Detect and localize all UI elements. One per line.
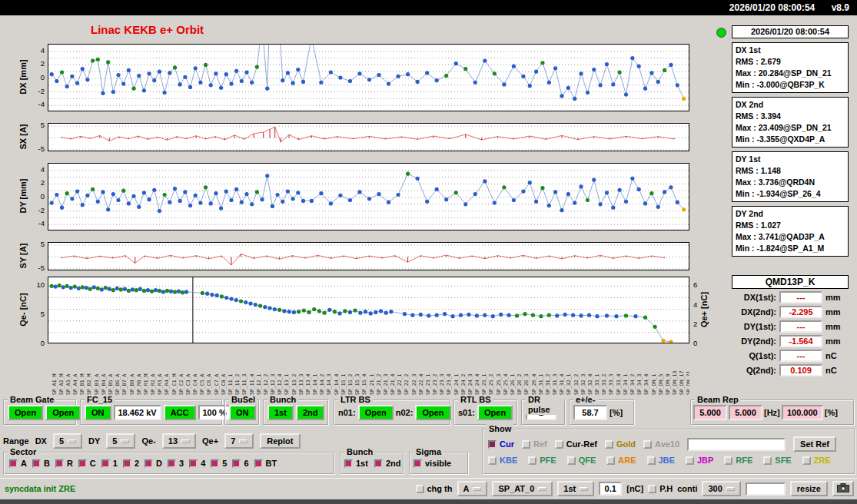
show-ref[interactable]: Ref — [522, 439, 547, 449]
rtl-s01-open-button[interactable]: Open — [477, 405, 513, 420]
bunch-1st-button[interactable]: 1st — [267, 405, 294, 420]
sector-2[interactable]: 2 — [123, 459, 139, 468]
sector-d[interactable]: D — [144, 459, 162, 468]
resize-button[interactable]: resize — [790, 481, 828, 496]
sector-1-box[interactable] — [101, 459, 110, 468]
sector-a[interactable]: A — [9, 459, 27, 468]
show-jbe-box[interactable] — [647, 456, 656, 465]
x-axis-label: SP_B2_M — [86, 374, 92, 395]
sy-plot-canvas[interactable] — [48, 242, 689, 270]
chg-th-checkbox-box[interactable] — [416, 485, 424, 493]
dy-plot: DY [mm]420-2-4 — [48, 163, 689, 230]
show-jbp-box[interactable] — [686, 456, 694, 465]
bunch-order-select[interactable]: 1st — [557, 481, 594, 496]
show-pfe[interactable]: PFE — [528, 456, 556, 465]
sector-c-box[interactable] — [78, 459, 87, 468]
sector-2-box[interactable] — [123, 459, 131, 468]
show-kbe[interactable]: KBE — [488, 456, 517, 465]
dy-plot-canvas[interactable] — [48, 163, 689, 230]
sector-3[interactable]: 3 — [168, 459, 184, 468]
ltr-n02-open-button[interactable]: Open — [415, 405, 450, 420]
fc15-on-button[interactable]: ON — [85, 405, 111, 420]
beam-rep-group: Beam Rep 5.000 5.000 [Hz] 100.000 [%] — [690, 400, 855, 426]
stat-line: Max : 3.736@QRD4N — [736, 177, 845, 188]
show-sfe-box[interactable] — [763, 456, 772, 465]
show-qfe[interactable]: QFE — [567, 456, 596, 465]
ph-checkbox[interactable]: P.H — [648, 484, 673, 493]
sector-4-box[interactable] — [189, 459, 198, 468]
dx-plot-canvas[interactable] — [48, 44, 689, 111]
stat-line: Max : 23.409@SP_DN_21 — [736, 122, 845, 134]
show-ave10-box[interactable] — [643, 440, 652, 449]
beam-gate-button-2[interactable]: Open — [45, 405, 81, 420]
show-gold-box[interactable] — [605, 440, 613, 449]
sector-6-box[interactable] — [232, 459, 241, 468]
bunch-1st[interactable]: 1st — [344, 459, 368, 468]
sector-5[interactable]: 5 — [211, 459, 227, 468]
range-dx-select[interactable]: 5 — [53, 433, 82, 449]
sigma-visible-box[interactable] — [414, 459, 422, 468]
sector-r-box[interactable] — [55, 459, 64, 468]
sector-bt[interactable]: BT — [254, 459, 277, 468]
sector-d-box[interactable] — [144, 459, 153, 468]
replot-button[interactable]: Replot — [260, 433, 300, 449]
chg-th-checkbox[interactable]: chg th — [416, 484, 453, 493]
set-ref-input[interactable] — [687, 438, 786, 451]
show-pfe-box[interactable] — [528, 456, 536, 465]
bunch-2nd[interactable]: 2nd — [374, 459, 401, 468]
range-qe-minus-select[interactable]: 13 — [162, 433, 196, 449]
show-are-box[interactable] — [606, 456, 615, 465]
show-are[interactable]: ARE — [606, 456, 636, 465]
show-jbe[interactable]: JBE — [647, 456, 675, 465]
range-dy-select[interactable]: 5 — [106, 433, 135, 449]
show-sfe[interactable]: SFE — [763, 456, 791, 465]
stat-box-dx-2nd: DX 2ndRMS : 3.394Max : 23.409@SP_DN_21Mi… — [732, 97, 849, 148]
ph-checkbox-box[interactable] — [648, 485, 656, 493]
show-rfe-box[interactable] — [724, 456, 732, 465]
show-zre-box[interactable] — [802, 456, 811, 465]
busel-on-button[interactable]: ON — [229, 405, 256, 420]
show-qfe-box[interactable] — [567, 456, 576, 465]
beam-gate-button-1[interactable]: Open — [8, 405, 43, 420]
sector-c[interactable]: C — [78, 459, 96, 468]
show-cur-ref-box[interactable] — [555, 440, 563, 449]
fc15-acc-button[interactable]: ACC — [164, 405, 196, 420]
show-zre[interactable]: ZRE — [802, 456, 831, 465]
sector-1[interactable]: 1 — [101, 459, 118, 468]
show-ref-box[interactable] — [522, 440, 530, 449]
sigma-visible[interactable]: visible — [414, 459, 451, 468]
show-jbp[interactable]: JBP — [686, 456, 713, 465]
sector-r[interactable]: R — [55, 459, 73, 468]
sector-b[interactable]: B — [32, 459, 50, 468]
window-bottom-edge — [0, 499, 857, 504]
interval-select[interactable]: 300 — [702, 481, 740, 496]
statusbar-input[interactable] — [746, 482, 786, 496]
sector-5-box[interactable] — [211, 459, 219, 468]
show-rfe[interactable]: RFE — [724, 456, 752, 465]
set-ref-button[interactable]: Set Ref — [793, 436, 836, 452]
sector-b-box[interactable] — [32, 459, 41, 468]
show-cur-box[interactable] — [488, 440, 497, 449]
bunch-2nd-button[interactable]: 2nd — [296, 405, 325, 420]
sector-3-box[interactable] — [168, 459, 176, 468]
sector-a-box[interactable] — [9, 459, 18, 468]
screenshot-button[interactable] — [832, 481, 854, 496]
sector-r-label: R — [67, 459, 73, 468]
show-kbe-box[interactable] — [488, 456, 497, 465]
sx-plot-canvas[interactable] — [48, 123, 689, 151]
monitor-select[interactable]: SP_AT_0 — [492, 481, 553, 496]
range-qe-plus-select[interactable]: 7 — [224, 433, 254, 449]
show-cur-ref[interactable]: Cur-Ref — [555, 439, 597, 449]
bunch-1st-box[interactable] — [344, 459, 353, 468]
ltr-n01-open-button[interactable]: Open — [358, 405, 394, 420]
show-gold[interactable]: Gold — [605, 439, 636, 449]
sector-4[interactable]: 4 — [189, 459, 205, 468]
sector-select[interactable]: A — [457, 481, 488, 496]
qe-plot-canvas[interactable] — [48, 277, 689, 343]
show-ave10[interactable]: Ave10 — [643, 439, 679, 449]
bunch-2nd-box[interactable] — [374, 459, 383, 468]
page-title: Linac KEKB e+ Orbit — [91, 23, 204, 36]
show-cur[interactable]: Cur — [488, 439, 514, 449]
sector-6[interactable]: 6 — [232, 459, 248, 468]
sector-bt-box[interactable] — [254, 459, 263, 468]
